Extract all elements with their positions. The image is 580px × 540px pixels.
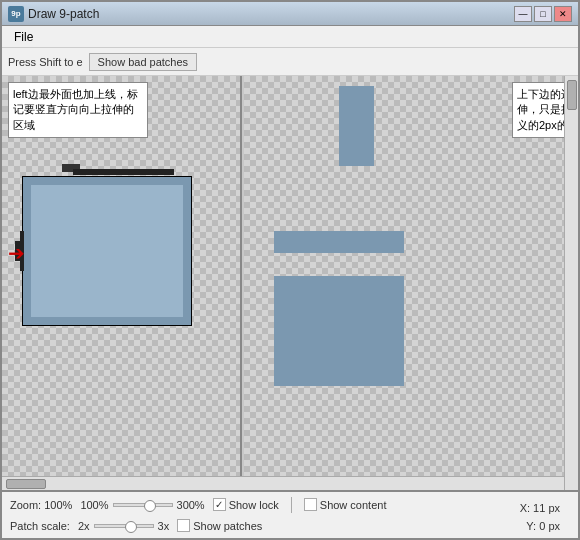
title-buttons: — □ ✕ bbox=[514, 6, 572, 22]
maximize-button[interactable]: □ bbox=[534, 6, 552, 22]
show-patches-checkbox[interactable] bbox=[177, 519, 190, 532]
show-patches-label: Show patches bbox=[193, 520, 262, 532]
minimize-button[interactable]: — bbox=[514, 6, 532, 22]
toolbar: Press Shift to e Show bad patches bbox=[2, 48, 578, 76]
ninepatch-inner bbox=[31, 185, 183, 317]
x-coord: X: 11 px bbox=[520, 502, 560, 514]
show-lock-group: Show lock bbox=[213, 498, 279, 511]
ninepatch-container bbox=[22, 176, 192, 326]
zoom-slider[interactable] bbox=[113, 503, 173, 507]
show-content-label: Show content bbox=[320, 499, 387, 511]
show-bad-patches-button[interactable]: Show bad patches bbox=[89, 53, 198, 71]
menu-bar: File bbox=[2, 26, 578, 48]
zoom-label: Zoom: 100% bbox=[10, 499, 72, 511]
title-bar: 9p Draw 9-patch — □ ✕ bbox=[2, 2, 578, 26]
status-bar: Zoom: 100% 100% 300% Show lock Show cont… bbox=[2, 490, 578, 538]
show-patches-group: Show patches bbox=[177, 519, 262, 532]
show-lock-label: Show lock bbox=[229, 499, 279, 511]
show-content-group: Show content bbox=[304, 498, 387, 511]
main-window: 9p Draw 9-patch — □ ✕ File Press Shift t… bbox=[0, 0, 580, 540]
zoom-slider-thumb[interactable] bbox=[144, 500, 156, 512]
left-panel: left边最外面也加上线，标记要竖直方向向上拉伸的区域 ➔ bbox=[2, 76, 242, 490]
annotation-left-text: left边最外面也加上线，标记要竖直方向向上拉伸的区域 bbox=[13, 88, 138, 131]
patch-scale-min: 2x bbox=[78, 520, 90, 532]
show-content-checkbox[interactable] bbox=[304, 498, 317, 511]
close-button[interactable]: ✕ bbox=[554, 6, 572, 22]
patch-scale-max: 3x bbox=[158, 520, 170, 532]
arrow-indicator: ➔ bbox=[8, 241, 25, 265]
right-panel: 上下边的边框不再拉伸，只是拉伸了left边定义的2px的高度的区域 bbox=[244, 76, 578, 490]
annotation-left: left边最外面也加上线，标记要竖直方向向上拉伸的区域 bbox=[8, 82, 148, 138]
preview-wide-rect bbox=[274, 231, 404, 253]
patch-scale-slider[interactable] bbox=[94, 524, 154, 528]
canvas-area[interactable]: left边最外面也加上线，标记要竖直方向向上拉伸的区域 ➔ bbox=[2, 76, 578, 490]
zoom-max: 300% bbox=[177, 499, 205, 511]
scrollbar-right[interactable] bbox=[564, 76, 578, 490]
scrollbar-bottom[interactable] bbox=[2, 476, 564, 490]
separator-1 bbox=[291, 497, 292, 513]
status-row-1: Zoom: 100% 100% 300% Show lock Show cont… bbox=[10, 494, 570, 515]
preview-tall-rect bbox=[339, 86, 374, 166]
patch-scale-slider-container: 2x 3x bbox=[78, 520, 169, 532]
y-coord: Y: 0 px bbox=[526, 520, 560, 532]
scrollbar-bottom-thumb[interactable] bbox=[6, 479, 46, 489]
patch-scale-slider-thumb[interactable] bbox=[125, 521, 137, 533]
ninepatch-outer bbox=[22, 176, 192, 326]
scrollbar-right-thumb[interactable] bbox=[567, 80, 577, 110]
window-title: Draw 9-patch bbox=[28, 7, 514, 21]
menu-file[interactable]: File bbox=[6, 28, 41, 46]
toolbar-hint: Press Shift to e bbox=[8, 56, 83, 68]
patch-scale-label: Patch scale: bbox=[10, 520, 70, 532]
zoom-slider-container: 100% 300% bbox=[80, 499, 204, 511]
main-area: left边最外面也加上线，标记要竖直方向向上拉伸的区域 ➔ bbox=[2, 76, 578, 490]
app-icon: 9p bbox=[8, 6, 24, 22]
show-lock-checkbox[interactable] bbox=[213, 498, 226, 511]
status-row-2: Patch scale: 2x 3x Show patches Y: 0 px bbox=[10, 515, 570, 536]
preview-large-rect bbox=[274, 276, 404, 386]
tick-top bbox=[73, 169, 174, 175]
zoom-min: 100% bbox=[80, 499, 108, 511]
